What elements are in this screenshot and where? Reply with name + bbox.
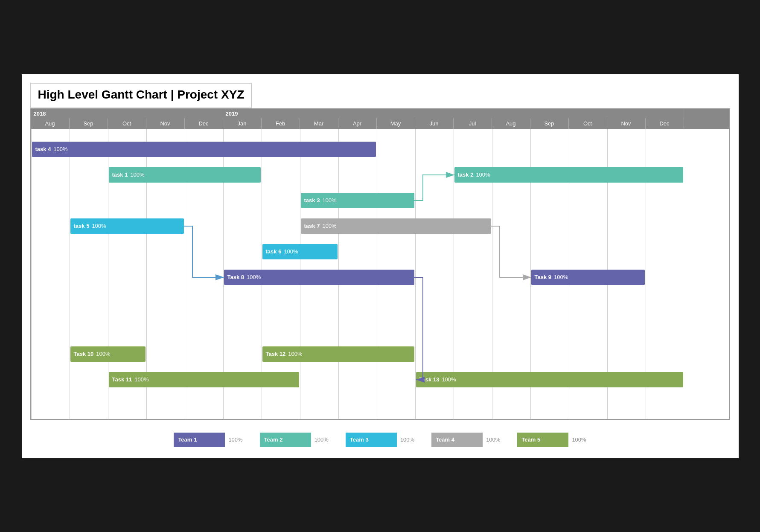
legend-item-team3: Team 3100%: [346, 433, 414, 447]
task-bar-task5: task 5100%: [70, 218, 184, 234]
month-label: Nov: [607, 118, 646, 129]
task-pct: 100%: [554, 274, 568, 280]
legend: Team 1100%Team 2100%Team 3100%Team 4100%…: [30, 433, 730, 447]
task-bar-task8: Task 8100%: [224, 270, 414, 285]
task-bar-task10: Task 10100%: [70, 346, 146, 362]
task-pct: 100%: [288, 351, 302, 357]
grid-line: [70, 129, 70, 419]
task-pct: 100%: [442, 376, 456, 383]
gantt-chart: 20182019AugSepOctNovDecJanFebMarAprMayJu…: [30, 108, 730, 420]
task-bar-task12: Task 12100%: [262, 346, 414, 362]
task-pct: 100%: [96, 351, 110, 357]
month-label: Aug: [31, 118, 70, 129]
year-label: 2018: [31, 109, 223, 118]
grid-line: [108, 129, 108, 419]
legend-bar-team3: Team 3: [346, 433, 397, 447]
legend-bar-team1: Team 1: [174, 433, 225, 447]
task-bar-task3: task 3100%: [301, 193, 414, 208]
legend-pct-team3: 100%: [400, 436, 414, 443]
task-pct: 100%: [284, 248, 298, 255]
legend-item-team5: Team 5100%: [517, 433, 586, 447]
task-bar-task2: task 2100%: [454, 167, 683, 183]
task-label: Task 10: [74, 351, 94, 357]
month-label: Jul: [454, 118, 492, 129]
task-pct: 100%: [53, 146, 67, 152]
task-bar-task11: Task 11100%: [109, 372, 299, 387]
task-label: task 1: [112, 172, 128, 178]
task-label: Task 8: [227, 274, 245, 280]
task-label: Task 9: [535, 274, 552, 280]
legend-pct-team5: 100%: [572, 436, 586, 443]
task-bar-task13: Task 13100%: [416, 372, 683, 387]
grid-line: [31, 129, 32, 419]
month-label: Mar: [300, 118, 338, 129]
chart-title: High Level Gantt Chart | Project XYZ: [30, 83, 252, 108]
task-label: task 3: [304, 197, 320, 203]
task-label: task 6: [266, 248, 282, 255]
month-label: Jan: [223, 118, 262, 129]
year-label: 2019: [223, 109, 684, 118]
task-label: Task 13: [419, 376, 440, 383]
month-label: Jun: [415, 118, 454, 129]
task-label: task 4: [35, 146, 51, 152]
task-bar-task4: task 4100%: [32, 142, 376, 157]
task-bar-task6: task 6100%: [262, 244, 338, 259]
task-label: task 7: [304, 223, 320, 229]
month-label: Apr: [338, 118, 377, 129]
legend-bar-team5: Team 5: [517, 433, 568, 447]
task-pct: 100%: [247, 274, 261, 280]
month-label: Sep: [530, 118, 569, 129]
legend-item-team2: Team 2100%: [260, 433, 329, 447]
task-pct: 100%: [92, 223, 106, 229]
legend-pct-team2: 100%: [314, 436, 329, 443]
month-label: May: [377, 118, 415, 129]
month-label: Dec: [646, 118, 684, 129]
task-bar-task1: task 1100%: [109, 167, 261, 183]
legend-bar-team2: Team 2: [260, 433, 311, 447]
task-pct: 100%: [130, 172, 144, 178]
legend-bar-team4: Team 4: [431, 433, 483, 447]
task-label: task 2: [458, 172, 474, 178]
task-pct: 100%: [322, 197, 336, 203]
month-label: Oct: [108, 118, 146, 129]
task-bar-task9: Task 9100%: [531, 270, 645, 285]
month-label: Aug: [492, 118, 530, 129]
month-label: Nov: [146, 118, 185, 129]
grid-line: [415, 129, 416, 419]
task-pct: 100%: [134, 376, 149, 383]
chart-container: High Level Gantt Chart | Project XYZ 201…: [22, 74, 739, 458]
legend-pct-team1: 100%: [228, 436, 242, 443]
legend-item-team1: Team 1100%: [174, 433, 242, 447]
gantt-body: task 4100%task 1100%task 2100%task 3100%…: [31, 129, 684, 419]
chart-header: 20182019AugSepOctNovDecJanFebMarAprMayJu…: [31, 109, 729, 129]
task-pct: 100%: [476, 172, 490, 178]
task-label: Task 12: [266, 351, 286, 357]
task-label: task 5: [74, 223, 90, 229]
legend-pct-team4: 100%: [486, 436, 500, 443]
legend-item-team4: Team 4100%: [431, 433, 500, 447]
task-bar-task7: task 7100%: [301, 218, 491, 234]
task-pct: 100%: [322, 223, 336, 229]
month-label: Dec: [185, 118, 223, 129]
task-label: Task 11: [112, 376, 132, 383]
month-label: Sep: [70, 118, 108, 129]
month-label: Oct: [569, 118, 607, 129]
month-label: Feb: [262, 118, 300, 129]
